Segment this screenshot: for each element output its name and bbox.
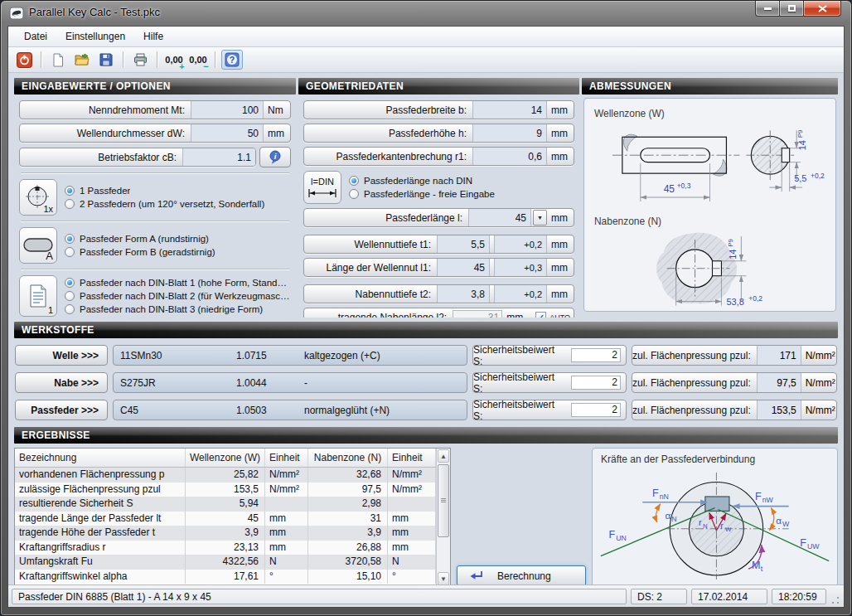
radio-form-b[interactable]: Passfeder Form B (geradstirnig)	[65, 247, 215, 257]
field-unit: mm	[264, 128, 290, 139]
title-bar[interactable]: Parallel Key Calc - Test.pkc	[1, 1, 851, 26]
field-label: tragende Nabenlänge l2:	[304, 312, 453, 318]
radio-din-blatt-3[interactable]: Passfeder nach DIN-Blatt 3 (niedrige For…	[65, 304, 291, 314]
resize-grip[interactable]	[830, 595, 840, 605]
section-header-geometriedaten: GEOMETRIEDATEN	[298, 78, 579, 95]
radio-icon	[65, 291, 75, 301]
wellennut-laenge-value[interactable]: 45	[437, 259, 490, 276]
passfederhoehe-value[interactable]: 9	[472, 124, 547, 142]
wellennuttiefe-value[interactable]: 5,5	[437, 235, 490, 253]
kantenbrechung-value[interactable]: 0,6	[472, 148, 547, 165]
label-fuw-main: F	[800, 537, 806, 549]
radio-form-a[interactable]: Passfeder Form A (rundstirnig)	[65, 234, 215, 244]
nenndrehmoment-value[interactable]: 100	[191, 101, 264, 119]
nabe-sicherheit-input[interactable]: 2	[571, 376, 621, 390]
info-button[interactable]: i	[259, 147, 291, 167]
auto-label: AUTO	[549, 313, 570, 318]
radio-din-blatt-1[interactable]: Passfeder nach DIN-Blatt 1 (hohe Form, S…	[65, 278, 291, 288]
field-label: Passfederkantenbrechung r1:	[304, 151, 472, 162]
toolbar-separator	[157, 51, 157, 68]
passfeder-material-button[interactable]: Passfeder >>>	[15, 400, 108, 420]
label-fun-main: F	[609, 529, 616, 541]
radio-laenge-din[interactable]: Passfederlänge nach DIN	[349, 176, 495, 186]
passfederlaenge-value[interactable]: 45	[468, 209, 531, 226]
scroll-down-icon[interactable]: ▼	[438, 572, 449, 584]
close-button[interactable]	[803, 1, 841, 17]
din-blatt-icon: 1	[19, 275, 57, 317]
help-icon: ?	[225, 52, 240, 67]
toolbar-separator	[123, 51, 123, 68]
field-unit: mm	[547, 104, 574, 116]
new-file-button[interactable]	[47, 50, 69, 70]
open-file-button[interactable]	[71, 50, 93, 70]
section-header-werkstoffe: WERKSTOFFE	[14, 322, 838, 338]
welle-material-button[interactable]: Welle >>>	[15, 345, 108, 366]
nabe-pzul-row: zul. Flächenpressung pzul:97,5N/mm²	[632, 372, 837, 393]
field-unit: mm	[547, 128, 574, 139]
label-rw-sub: W	[725, 526, 732, 533]
label-fnw-sub: nW	[762, 496, 774, 504]
help-button[interactable]: ?	[221, 50, 243, 70]
dim-nabe-tiefe-tol: +0,2	[748, 294, 762, 303]
nabenlaenge-value[interactable]: 31	[453, 310, 502, 318]
radio-2-passfedern[interactable]: 2 Passfedern (um 120° versetzt, Sonderfa…	[65, 199, 264, 209]
label-rn-sub: N	[703, 522, 708, 530]
field-label: Passfederlänge l:	[304, 212, 468, 224]
passfederbreite-value[interactable]: 14	[472, 101, 547, 119]
minimize-button[interactable]	[755, 1, 780, 17]
menu-datei[interactable]: Datei	[15, 28, 56, 45]
save-button[interactable]	[95, 50, 117, 70]
group-din-blatt: 1 Passfeder nach DIN-Blatt 1 (hohe Form,…	[19, 275, 291, 317]
close-icon	[818, 5, 827, 12]
nabennuttiefe-value[interactable]: 3,8	[437, 285, 490, 303]
material-name: C45	[114, 405, 230, 416]
window-controls	[755, 1, 841, 17]
radio-1-passfeder[interactable]: 1 Passfeder	[65, 186, 264, 196]
menu-hilfe[interactable]: Hilfe	[134, 28, 172, 45]
nabenzone-title: Nabenzone (N)	[594, 216, 661, 227]
table-row: resultierende Sicherheit S5,942,98	[15, 497, 436, 512]
section-header-eingabewerte: EINGABEWERTE / OPTIONEN	[14, 78, 296, 95]
client-area: Datei Einstellungen Hilfe	[7, 26, 845, 608]
scroll-up-icon[interactable]: ▲	[438, 449, 449, 463]
kraefte-title: Kräfte an der Passfederverbindung	[601, 454, 832, 465]
maximize-button[interactable]	[780, 1, 803, 17]
radio-laenge-frei[interactable]: Passfederlänge - freie Eingabe	[349, 189, 495, 199]
auto-checkbox[interactable]: ✓	[535, 312, 546, 318]
dim-wellennut-tiefe: 5,5	[794, 173, 806, 183]
decimal-decrease-button[interactable]: 0,00−	[187, 50, 209, 70]
status-ds: DS: 2	[631, 589, 687, 604]
berechnung-button[interactable]: Berechnung	[457, 565, 586, 584]
berechnung-label: Berechnung	[497, 570, 551, 582]
main-content: EINGABEWERTE / OPTIONEN Nenndrehmoment M…	[8, 73, 844, 584]
radio-icon	[65, 186, 75, 196]
group-passfeder-form: A Passfeder Form A (rundstirnig) Passfed…	[19, 227, 291, 264]
decimal-increase-button[interactable]: 0,00+	[163, 50, 185, 70]
separator	[21, 221, 289, 222]
nabe-material-button[interactable]: Nabe >>>	[15, 372, 108, 393]
radio-din-blatt-2[interactable]: Passfeder nach DIN-Blatt 2 (für Werkzeug…	[65, 291, 291, 301]
input-row-nabenlaenge: tragende Nabenlänge l2:31mm✓AUTO	[303, 308, 574, 318]
passfeder-pzul-value: 153,5	[757, 400, 801, 420]
material-name: S275JR	[114, 377, 230, 389]
exit-button[interactable]	[13, 50, 35, 70]
wellenzone-title: Wellenzone (W)	[594, 108, 665, 119]
print-button[interactable]	[129, 50, 151, 70]
field-unit: mm	[547, 262, 574, 274]
passfeder-material-display: C451.0503normalgeglüht (+N)	[113, 400, 467, 420]
field-label: Betriebsfaktor cB:	[20, 152, 182, 163]
wellendurchmesser-value[interactable]: 50	[191, 124, 264, 142]
label-alpha-w-sub: W	[782, 520, 790, 528]
label-mt-sub: t	[761, 565, 763, 573]
table-scrollbar[interactable]: ▲ ▼	[436, 449, 450, 584]
radio-icon	[349, 176, 359, 186]
separator	[21, 269, 289, 270]
menu-einstellungen[interactable]: Einstellungen	[56, 28, 134, 45]
passfeder-sicherheit-input[interactable]: 2	[571, 403, 621, 417]
label-alpha-w-main: α	[776, 515, 782, 526]
betriebsfaktor-value[interactable]: 1.1	[182, 148, 255, 166]
scroll-thumb[interactable]	[438, 464, 449, 537]
kraefte-panel: Kräfte an der Passfederverbindung	[592, 448, 838, 584]
passfederlaenge-dropdown[interactable]: ▼	[533, 210, 547, 226]
welle-sicherheit-input[interactable]: 2	[571, 348, 621, 362]
